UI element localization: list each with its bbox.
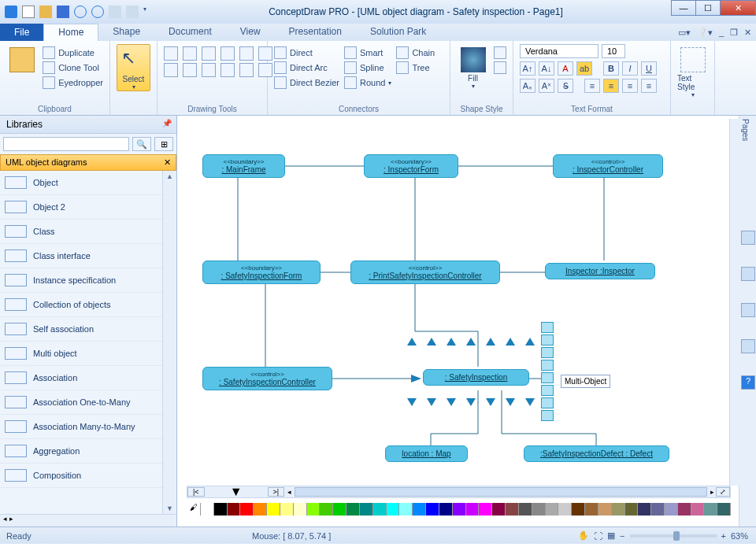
palette-swatch[interactable] — [717, 503, 731, 516]
fit-icon[interactable]: ⛶ — [594, 531, 602, 541]
palette-swatch[interactable] — [333, 503, 346, 516]
library-options-button[interactable]: ⊞ — [154, 137, 173, 151]
library-item[interactable]: Object — [0, 171, 176, 195]
tab-presentation[interactable]: Presentation — [275, 24, 356, 41]
canvas-h-scroll[interactable]: |< ▼ >| ◂ ▸ ⤢ — [187, 486, 731, 498]
side-tool-3[interactable] — [741, 303, 755, 317]
maximize-button[interactable]: ☐ — [695, 0, 721, 16]
tree-button[interactable]: Tree — [396, 61, 435, 74]
library-item[interactable]: Self association — [0, 317, 176, 342]
qat-dropdown-icon[interactable]: ▾ — [143, 6, 156, 18]
palette-swatch[interactable] — [214, 503, 228, 516]
tool-7[interactable] — [164, 63, 178, 77]
palette-swatch[interactable] — [307, 503, 321, 516]
library-scrollbar[interactable] — [162, 171, 176, 514]
open-icon[interactable] — [39, 6, 52, 18]
align-center-icon[interactable]: ≡ — [603, 79, 619, 93]
tab-view[interactable]: View — [226, 24, 275, 41]
side-tool-2[interactable] — [741, 267, 755, 281]
copy-icon[interactable] — [109, 6, 121, 18]
library-item[interactable]: Association Many-to-Many — [0, 415, 176, 439]
paste-icon[interactable] — [126, 6, 139, 18]
rect-tool[interactable] — [164, 46, 178, 61]
palette-swatch[interactable] — [638, 503, 651, 516]
side-tool-4[interactable] — [741, 339, 755, 353]
palette-swatch[interactable] — [373, 503, 387, 516]
palette-swatch[interactable] — [691, 503, 705, 516]
palette-swatch[interactable] — [346, 503, 360, 516]
zoom-slider[interactable] — [630, 534, 717, 538]
pages-tab[interactable]: Pages — [739, 116, 751, 144]
palette-swatch[interactable] — [426, 503, 439, 516]
sup-icon[interactable]: Aˣ — [539, 79, 554, 93]
palette-swatch[interactable] — [439, 503, 453, 516]
canvas[interactable]: <<boundary>>: MainFrame <<boundary>>: In… — [187, 119, 731, 486]
side-tool-1[interactable] — [741, 231, 755, 245]
node-safety-inspection[interactable]: : SafetyInspection — [423, 369, 529, 386]
round-button[interactable]: Round▾ — [344, 76, 391, 89]
palette-dropper-icon[interactable]: 🖌 — [187, 503, 201, 516]
palette-swatch[interactable] — [267, 503, 280, 516]
pin-icon[interactable]: 📌 — [162, 119, 172, 127]
library-item[interactable]: Object 2 — [0, 195, 176, 220]
strike-icon[interactable]: S̶ — [558, 79, 573, 93]
align-just-icon[interactable]: ≡ — [641, 79, 657, 93]
palette-swatch[interactable] — [280, 503, 294, 516]
child-close-icon[interactable]: ✕ — [744, 28, 751, 38]
palette-swatch[interactable] — [201, 503, 214, 516]
palette-swatch[interactable] — [546, 503, 559, 516]
new-icon[interactable] — [22, 6, 35, 18]
close-button[interactable]: ✕ — [720, 0, 756, 16]
clone-tool-button[interactable]: Clone Tool — [43, 61, 103, 74]
arc-tool[interactable] — [239, 46, 254, 61]
tool-9[interactable] — [202, 63, 216, 77]
library-item[interactable]: Class interface — [0, 244, 176, 268]
palette-swatch[interactable] — [294, 503, 307, 516]
library-item[interactable]: Association One-to-Many — [0, 390, 176, 415]
direct-button[interactable]: Direct — [274, 46, 339, 59]
palette-swatch[interactable] — [598, 503, 612, 516]
align-right-icon[interactable]: ≡ — [622, 79, 638, 93]
palette-swatch[interactable] — [228, 503, 241, 516]
search-button[interactable]: 🔍 — [132, 137, 151, 151]
color-palette[interactable]: 🖌 — [187, 503, 731, 516]
highlight-icon[interactable]: ab — [576, 61, 592, 76]
palette-swatch[interactable] — [453, 503, 466, 516]
curve-tool[interactable] — [220, 46, 235, 61]
close-section-icon[interactable]: ✕ — [164, 157, 171, 168]
eyedropper-button[interactable]: Eyedropper — [43, 76, 103, 89]
child-restore-icon[interactable]: ❐ — [730, 28, 738, 38]
window-menu-icon[interactable]: ▭▾ — [678, 28, 691, 38]
direct-bezier-button[interactable]: Direct Bezier — [274, 76, 339, 89]
palette-swatch[interactable] — [479, 503, 492, 516]
palette-swatch[interactable] — [651, 503, 665, 516]
palette-swatch[interactable] — [704, 503, 717, 516]
child-minimize-icon[interactable]: _ — [719, 28, 724, 38]
library-item[interactable]: Class — [0, 220, 176, 244]
palette-swatch[interactable] — [678, 503, 691, 516]
font-name-combo[interactable]: Verdana — [520, 44, 598, 58]
sub-icon[interactable]: Aₓ — [520, 79, 536, 93]
select-button[interactable]: ↖Select▾ — [117, 44, 150, 91]
side-help-icon[interactable]: ? — [741, 375, 755, 390]
node-inspector-form[interactable]: <<boundary>>: InspectorForm — [364, 154, 458, 178]
palette-swatch[interactable] — [254, 503, 267, 516]
library-item[interactable]: Association — [0, 366, 176, 390]
canvas-v-scroll[interactable] — [729, 119, 740, 486]
palette-swatch[interactable] — [387, 503, 400, 516]
tab-solution-park[interactable]: Solution Park — [356, 24, 440, 41]
tool-8[interactable] — [183, 63, 197, 77]
line-style-icon[interactable] — [494, 46, 506, 59]
extent-icon[interactable]: ▦ — [607, 530, 615, 541]
tool-10[interactable] — [220, 63, 235, 77]
minimize-button[interactable]: — — [671, 0, 696, 16]
palette-swatch[interactable] — [572, 503, 585, 516]
shadow-icon[interactable] — [494, 61, 506, 74]
tab-home[interactable]: Home — [43, 24, 98, 41]
ellipse-tool[interactable] — [183, 46, 197, 61]
palette-swatch[interactable] — [532, 503, 546, 516]
palette-swatch[interactable] — [240, 503, 254, 516]
library-item[interactable]: Collection of objects — [0, 293, 176, 317]
save-icon[interactable] — [57, 6, 69, 18]
font-color-icon[interactable]: A — [558, 61, 573, 76]
